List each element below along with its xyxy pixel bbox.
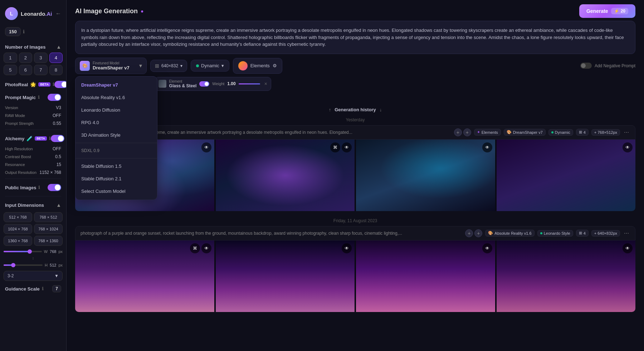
entry-1-add-btn[interactable]: +	[454, 128, 462, 136]
element-name: Glass & Steel	[169, 83, 197, 88]
elements-button[interactable]: Elements ⚙	[233, 58, 282, 74]
height-thumb[interactable]	[11, 263, 15, 267]
entry-2-more-icon[interactable]: ⋯	[623, 230, 630, 236]
dim-768x1024[interactable]: 768 × 1024	[34, 224, 63, 234]
num-btn-5[interactable]: 5	[4, 65, 17, 75]
prompt-magic-toggle[interactable]	[48, 94, 61, 101]
entry-1-img-3: 👁	[356, 140, 495, 211]
input-dim-section: Input Dimensions ▲	[0, 199, 66, 211]
weight-label-2: Weight	[212, 82, 224, 86]
photo-real-toggle[interactable]	[54, 81, 67, 88]
model-selector-container: 🎨 Finetuned Model DreamShaper v7 ▾ Dream…	[75, 58, 147, 74]
token-info-icon[interactable]: ℹ	[23, 29, 25, 34]
back-button[interactable]: ←	[55, 10, 61, 17]
entry-2-img-4-view[interactable]: 👁	[623, 243, 633, 253]
style-selector[interactable]: Dynamic ▾	[191, 60, 229, 72]
dropdown-sd21[interactable]: Stable Diffusion 2.1	[75, 172, 157, 185]
entry-1-img-2-view[interactable]: 👁	[342, 142, 352, 152]
model-icon: 🎨	[80, 61, 90, 71]
entry-2-copy-btn[interactable]: +	[474, 229, 482, 237]
entry-1-more-icon[interactable]: ⋯	[623, 130, 630, 135]
entry-1-copy-btn[interactable]: +	[463, 128, 471, 136]
num-images-toggle[interactable]: ▲	[56, 44, 61, 50]
dropdown-custom-model[interactable]: Select Custom Model	[75, 185, 157, 198]
width-thumb[interactable]	[28, 249, 32, 254]
dropdown-rpg40[interactable]: RPG 4.0	[75, 116, 157, 129]
num-btn-4[interactable]: 4	[49, 53, 63, 63]
history-arrow-left[interactable]: ↑	[329, 107, 331, 112]
entry-2-img-4-overlay: 👁	[497, 240, 636, 312]
neg-prompt-toggle[interactable]	[580, 63, 592, 69]
entry-2-img-2-view[interactable]: 👁	[342, 243, 352, 253]
num-btn-2[interactable]: 2	[19, 53, 33, 63]
page-title-info-icon[interactable]: ●	[141, 8, 143, 14]
num-btn-3[interactable]: 3	[34, 53, 48, 63]
ratio-select[interactable]: 3-2 ▼	[4, 271, 63, 281]
element-tag-2: Element Glass & Steel Weight 1.00 ×	[155, 77, 271, 91]
dim-768x1360[interactable]: 768 × 1360	[34, 236, 63, 246]
dim-512x768[interactable]: 512 × 768	[4, 212, 32, 222]
public-images-info[interactable]: ℹ	[38, 185, 40, 190]
high-res-row: High Resolution OFF	[0, 145, 66, 153]
link-icon: ↕	[0, 256, 66, 261]
dim-1360x768[interactable]: 1360 × 768	[4, 236, 32, 246]
generate-label: Generate	[586, 8, 608, 14]
output-res-row: Output Resolution 1152 × 768	[0, 169, 66, 176]
model-bar: 🎨 Finetuned Model DreamShaper v7 ▾ Dream…	[75, 58, 635, 74]
elements-settings-icon: ⚙	[273, 63, 277, 68]
entry-2-model-badge: 🎨 Absolute Reality v1.6	[485, 230, 534, 237]
dropdown-leonardo-diffusion[interactable]: Leonardo Diffusion	[75, 104, 157, 116]
num-btn-6[interactable]: 6	[19, 65, 33, 75]
dropdown-absolute-reality[interactable]: Absolute Reality v1.6	[75, 91, 157, 104]
model-selector[interactable]: 🎨 Finetuned Model DreamShaper v7 ▾	[75, 58, 147, 74]
num-images-label: Number of Images	[5, 44, 45, 50]
prompt-strength-row: Prompt Strength 0.55	[0, 120, 66, 127]
entry-2-images: ⌘ 👁 👁 👁 👁	[75, 240, 635, 312]
style-badge-dot-2	[540, 232, 542, 234]
dim-1024x768[interactable]: 1024 × 768	[4, 224, 32, 234]
topbar: AI Image Generation ● Generate ⚡ 20	[67, 0, 644, 21]
dropdown-sd15[interactable]: Stable Diffusion 1.5	[75, 160, 157, 172]
contrast-boost-row: Contrast Boost 0.5	[0, 153, 66, 161]
height-track[interactable]	[4, 264, 43, 266]
close-element-2[interactable]: ×	[264, 81, 267, 87]
guidance-info[interactable]: ℹ	[42, 286, 44, 291]
size-selector[interactable]: ⊞ 640×832 ▾	[150, 60, 187, 72]
input-dim-toggle[interactable]: ▲	[56, 202, 61, 208]
entry-2-img-3-view[interactable]: 👁	[482, 243, 492, 253]
divider-3	[5, 196, 61, 196]
divider-2	[5, 179, 61, 179]
num-btn-7[interactable]: 7	[34, 65, 48, 75]
alchemy-toggle[interactable]	[51, 135, 64, 142]
entry-1-img-4-view[interactable]: 👁	[623, 142, 633, 152]
entry-2-img-1-magic[interactable]: ⌘	[190, 243, 200, 253]
dim-768x512[interactable]: 768 × 512	[34, 212, 63, 222]
entry-2-img-1: ⌘ 👁	[75, 240, 214, 312]
element-category: Element	[169, 79, 197, 83]
public-images-row: Public Images ℹ	[0, 181, 66, 194]
dropdown-3d-animation[interactable]: 3D Animation Style	[75, 129, 157, 141]
prompt-text: In a dystopian future, where artificial …	[81, 28, 624, 47]
dropdown-dreamshaperv7[interactable]: DreamShaper v7	[75, 79, 157, 91]
entry-2-img-1-view[interactable]: 👁	[201, 243, 211, 253]
date-yesterday: Yesterday	[75, 116, 635, 125]
history-arrow-right[interactable]: ↓	[380, 107, 382, 112]
public-images-toggle[interactable]	[48, 184, 61, 191]
dropdown-sdxl09[interactable]: SDXL 0.9	[75, 145, 157, 157]
elements-badge-icon: ✦	[477, 130, 480, 135]
width-track[interactable]	[4, 251, 42, 252]
num-btn-1[interactable]: 1	[4, 53, 17, 63]
entry-1-img-2-magic[interactable]: ⌘	[330, 142, 340, 152]
prompt-magic-info[interactable]: ℹ	[38, 95, 40, 100]
entry-2-add-btn[interactable]: +	[465, 229, 473, 237]
gen-entry-1: ...where artificial intelligence reigns …	[75, 125, 635, 211]
token-row: 150 ℹ	[0, 26, 66, 40]
entry-1-img-1-view[interactable]: 👁	[201, 142, 211, 152]
prompt-area[interactable]: In a dystopian future, where artificial …	[75, 21, 635, 54]
entry-1-img-3-view[interactable]: 👁	[482, 142, 492, 152]
num-btn-8[interactable]: 8	[49, 65, 63, 75]
elements-icon	[238, 61, 248, 70]
element-tag-2-toggle[interactable]	[199, 81, 209, 87]
weight-bar-2	[239, 83, 260, 84]
generate-button[interactable]: Generate ⚡ 20	[579, 4, 635, 18]
